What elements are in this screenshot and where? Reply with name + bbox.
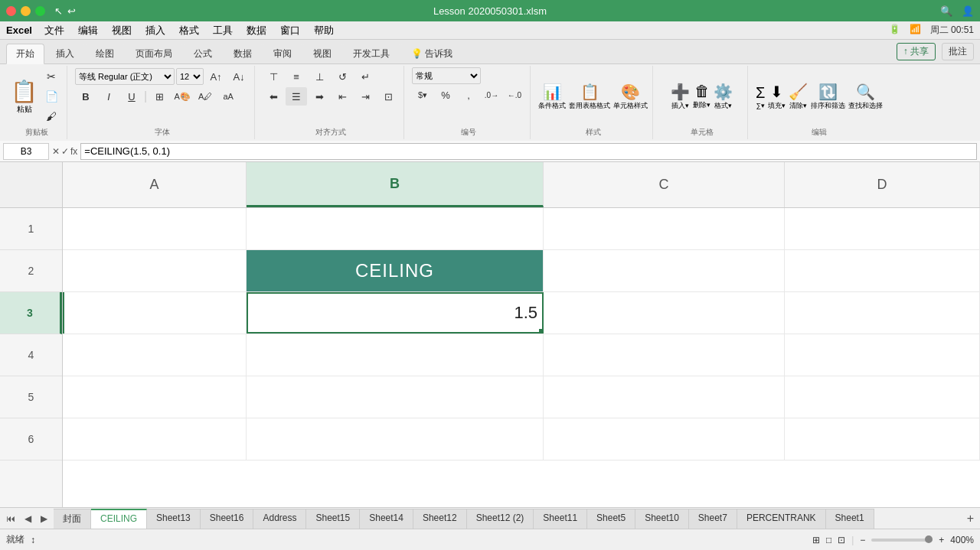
undo-icon[interactable]: ↩ <box>67 5 76 17</box>
cell-c6[interactable] <box>544 418 785 460</box>
sheet-tab-sheet14[interactable]: Sheet14 <box>360 509 413 529</box>
sheet-tab-sheet1[interactable]: Sheet1 <box>826 509 874 529</box>
row-6[interactable]: 6 <box>0 418 62 461</box>
close-button[interactable] <box>6 6 16 16</box>
delete-cells-button[interactable]: 🗑 删除▾ <box>693 83 710 110</box>
cell-c1[interactable] <box>544 208 785 249</box>
add-sheet-button[interactable]: + <box>961 509 980 529</box>
col-header-c[interactable]: C <box>544 162 785 207</box>
sheet-tab-percentrank[interactable]: PERCENTRANK <box>737 509 826 529</box>
align-bottom-button[interactable]: ⊥ <box>309 67 330 86</box>
bold-button[interactable]: B <box>75 87 96 106</box>
underline-button[interactable]: U <box>121 87 142 106</box>
row-5[interactable]: 5 <box>0 376 62 418</box>
cell-reference[interactable]: B3 <box>3 143 49 160</box>
cell-b6[interactable] <box>247 418 544 460</box>
cell-d2[interactable] <box>785 250 980 291</box>
orientation-button[interactable]: ↺ <box>332 67 353 86</box>
sheet-prev-button[interactable]: ◀ <box>21 512 34 526</box>
cell-d1[interactable] <box>785 208 980 249</box>
col-header-a[interactable]: A <box>63 162 247 207</box>
sheet-tab-sheet15[interactable]: Sheet15 <box>306 509 360 529</box>
font-color-button[interactable]: A🖊 <box>194 87 216 106</box>
sheet-tab-address[interactable]: Address <box>253 509 306 529</box>
align-center-button[interactable]: ☰ <box>286 87 307 106</box>
menu-file[interactable]: 文件 <box>38 22 70 39</box>
sheet-first-button[interactable]: ⏮ <box>3 512 18 526</box>
sheet-tab-sheet11[interactable]: Sheet11 <box>534 509 587 529</box>
find-select-button[interactable]: 🔍 查找和选择 <box>848 83 883 111</box>
cell-d5[interactable] <box>785 376 980 418</box>
zoom-in-button[interactable]: + <box>939 535 944 545</box>
sheet-tab-sheet7[interactable]: Sheet7 <box>689 509 737 529</box>
sheet-tab-sheet10[interactable]: Sheet10 <box>635 509 689 529</box>
tab-home[interactable]: 开始 <box>6 44 44 64</box>
conditional-format-button[interactable]: 📊 条件格式 <box>538 83 566 111</box>
cell-d3[interactable] <box>785 292 980 334</box>
menu-help[interactable]: 帮助 <box>308 22 340 39</box>
cell-b4[interactable] <box>247 334 544 376</box>
cut-button[interactable]: ✂ <box>41 67 62 86</box>
indent-more-button[interactable]: ⇥ <box>354 87 376 106</box>
cell-c3[interactable] <box>544 292 785 334</box>
increase-decimal-button[interactable]: .0→ <box>481 86 502 104</box>
strikethrough-button[interactable]: aA <box>217 87 239 106</box>
sheet-tab-ceiling[interactable]: CEILING <box>91 509 147 529</box>
increase-font-button[interactable]: A↑ <box>205 67 227 86</box>
align-right-button[interactable]: ➡ <box>309 87 330 106</box>
align-left-button[interactable]: ⬅ <box>263 87 284 106</box>
sheet-tab-cover[interactable]: 封面 <box>54 509 91 529</box>
cell-c2[interactable] <box>544 250 785 291</box>
row-4[interactable]: 4 <box>0 334 62 376</box>
indent-less-button[interactable]: ⇤ <box>332 87 353 106</box>
currency-button[interactable]: $▾ <box>412 86 433 104</box>
paste-button[interactable]: 📋 粘贴 <box>11 79 38 115</box>
row-2[interactable]: 2 <box>0 250 62 292</box>
fill-color-button[interactable]: A🎨 <box>172 87 193 106</box>
menu-window[interactable]: 窗口 <box>274 22 306 39</box>
zoom-out-button[interactable]: − <box>860 535 865 545</box>
menu-tools[interactable]: 工具 <box>207 22 239 39</box>
cell-d6[interactable] <box>785 418 980 460</box>
border-button[interactable]: ⊞ <box>149 87 170 106</box>
decrease-decimal-button[interactable]: ←.0 <box>504 86 525 104</box>
sheet-tab-sheet13[interactable]: Sheet13 <box>147 509 201 529</box>
menu-data[interactable]: 数据 <box>240 22 273 39</box>
cancel-formula-button[interactable]: ✕ <box>52 146 60 157</box>
copy-button[interactable]: 📄 <box>41 87 62 106</box>
font-name-select[interactable]: 等线 Regular (正文) <box>75 68 175 85</box>
sheet-tab-sheet12[interactable]: Sheet12 <box>413 509 467 529</box>
wrap-text-button[interactable]: ↵ <box>354 67 376 86</box>
format-cells-button[interactable]: ⚙️ 格式▾ <box>714 83 733 111</box>
decrease-font-button[interactable]: A↓ <box>228 67 250 86</box>
tab-pagelayout[interactable]: 页面布局 <box>126 44 182 63</box>
user-icon[interactable]: 👤 <box>962 5 974 17</box>
tab-developer[interactable]: 开发工具 <box>343 44 400 63</box>
row-3[interactable]: 3 <box>0 292 62 334</box>
tab-formulas[interactable]: 公式 <box>184 44 222 63</box>
cell-a6[interactable] <box>63 418 247 460</box>
cell-c5[interactable] <box>544 376 785 418</box>
cell-a3[interactable] <box>63 292 247 334</box>
align-middle-button[interactable]: ≡ <box>286 67 307 86</box>
maximize-button[interactable] <box>35 6 45 16</box>
minimize-button[interactable] <box>21 6 31 16</box>
clear-button[interactable]: 🧹 清除▾ <box>789 83 808 111</box>
cell-b2[interactable]: CEILING <box>247 250 544 291</box>
cell-a4[interactable] <box>63 334 247 376</box>
cell-d4[interactable] <box>785 334 980 376</box>
view-page-button[interactable]: ⊡ <box>838 535 845 545</box>
insert-cells-button[interactable]: ➕ 插入▾ <box>671 83 690 111</box>
share-button[interactable]: ↑ 共享 <box>897 43 936 60</box>
sheet-tab-sheet5[interactable]: Sheet5 <box>587 509 635 529</box>
cell-a2[interactable] <box>63 250 247 291</box>
insert-function-button[interactable]: fx <box>70 146 77 157</box>
font-size-select[interactable]: 12 <box>176 68 204 85</box>
fill-button[interactable]: ⬇ 填充▾ <box>768 83 786 111</box>
menu-view[interactable]: 视图 <box>106 22 138 39</box>
cell-b1[interactable] <box>247 208 544 249</box>
sheet-tab-sheet12-2[interactable]: Sheet12 (2) <box>467 509 534 529</box>
align-top-button[interactable]: ⊤ <box>263 67 284 86</box>
cell-a5[interactable] <box>63 376 247 418</box>
cell-c4[interactable] <box>544 334 785 376</box>
